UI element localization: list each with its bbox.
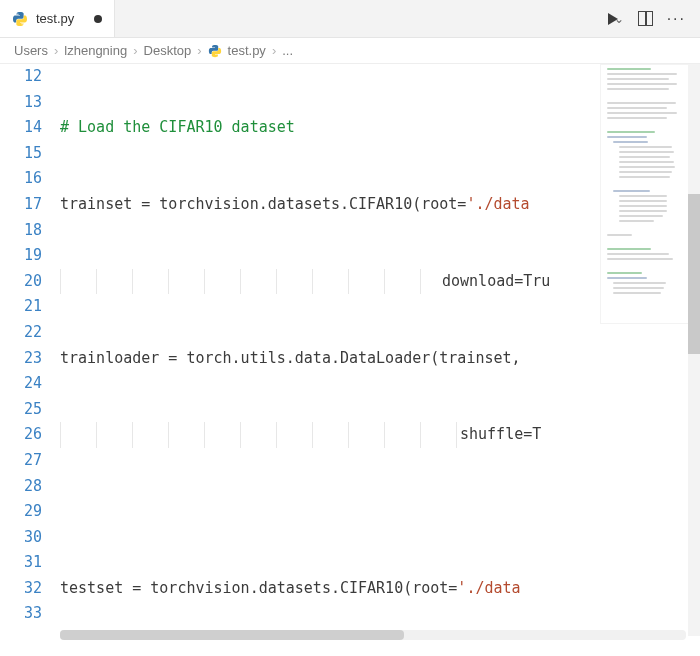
line-number-gutter: 1213141516171819202122232425262728293031… xyxy=(0,64,60,644)
line-number: 30 xyxy=(0,525,42,551)
line-number: 26 xyxy=(0,422,42,448)
tab-label: test.py xyxy=(36,11,74,26)
code-line: trainset = torchvision.datasets.CIFAR10(… xyxy=(60,195,466,213)
code-line: # Load the CIFAR10 dataset xyxy=(60,118,295,136)
code-line: trainloader = torch.utils.data.DataLoade… xyxy=(60,349,521,367)
line-number: 21 xyxy=(0,294,42,320)
line-number: 28 xyxy=(0,474,42,500)
code-editor[interactable]: 1213141516171819202122232425262728293031… xyxy=(0,64,700,644)
line-number: 25 xyxy=(0,397,42,423)
crumb[interactable]: ... xyxy=(282,43,293,58)
crumb[interactable]: Users xyxy=(14,43,48,58)
line-number: 15 xyxy=(0,141,42,167)
line-number: 18 xyxy=(0,218,42,244)
crumb[interactable]: lzhengning xyxy=(64,43,127,58)
line-number: 14 xyxy=(0,115,42,141)
line-number: 12 xyxy=(0,64,42,90)
line-number: 17 xyxy=(0,192,42,218)
line-number: 29 xyxy=(0,499,42,525)
run-button[interactable]: ⌄ xyxy=(608,12,624,26)
line-number: 31 xyxy=(0,550,42,576)
line-number: 22 xyxy=(0,320,42,346)
line-number: 13 xyxy=(0,90,42,116)
code-line: testset = torchvision.datasets.CIFAR10(r… xyxy=(60,579,457,597)
code-line: download=Tru xyxy=(442,272,550,290)
line-number: 19 xyxy=(0,243,42,269)
code-line: shuffle=T xyxy=(460,425,541,443)
line-number: 27 xyxy=(0,448,42,474)
more-actions-button[interactable]: ··· xyxy=(667,10,686,28)
python-icon xyxy=(208,44,222,58)
line-number: 23 xyxy=(0,346,42,372)
scrollbar-thumb[interactable] xyxy=(688,194,700,354)
tab-test-py[interactable]: test.py xyxy=(0,0,115,37)
chevron-down-icon: ⌄ xyxy=(614,12,624,26)
line-number: 33 xyxy=(0,601,42,627)
overview-scrollbar[interactable] xyxy=(688,64,700,636)
breadcrumb: Users› lzhengning› Desktop› test.py› ... xyxy=(0,38,700,64)
tab-bar: test.py ⌄ ··· xyxy=(0,0,700,38)
split-editor-button[interactable] xyxy=(638,11,653,26)
minimap[interactable] xyxy=(600,64,690,324)
dirty-dot-icon xyxy=(94,15,102,23)
crumb[interactable]: test.py xyxy=(228,43,266,58)
line-number: 16 xyxy=(0,166,42,192)
crumb[interactable]: Desktop xyxy=(144,43,192,58)
line-number: 32 xyxy=(0,576,42,602)
horizontal-scrollbar[interactable] xyxy=(60,630,686,640)
scrollbar-thumb[interactable] xyxy=(60,630,404,640)
python-icon xyxy=(12,11,28,27)
line-number: 20 xyxy=(0,269,42,295)
line-number: 24 xyxy=(0,371,42,397)
